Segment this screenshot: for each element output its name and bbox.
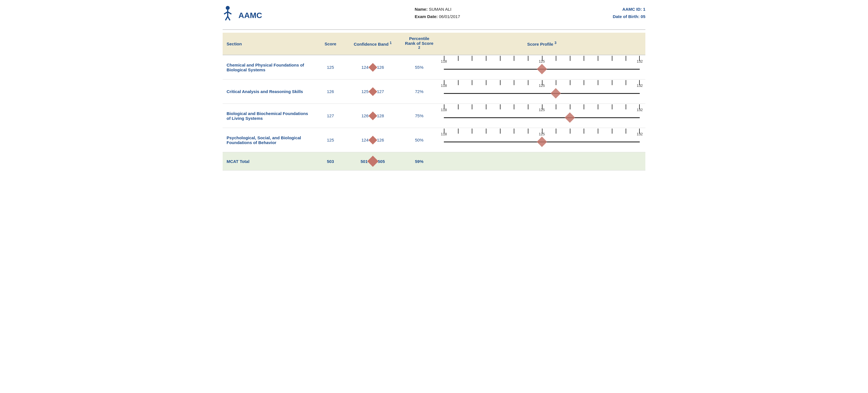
table-header-row: Section Score Confidence Band 1 Percenti… bbox=[223, 33, 645, 55]
section-name: Critical Analysis and Reasoning Skills bbox=[223, 80, 316, 104]
header-info-right: AAMC ID: 1 Date of Birth: 05 bbox=[613, 6, 645, 20]
tick-mark bbox=[556, 104, 556, 110]
section-name: Chemical and Physical Foundations of Bio… bbox=[223, 55, 316, 80]
tick-mark bbox=[626, 128, 626, 133]
header-info-center: Name: SUMAN ALI Exam Date: 06/01/2017 bbox=[415, 6, 460, 20]
th-confidence-band: Confidence Band 1 bbox=[345, 33, 400, 55]
confidence-band: 125 127 bbox=[345, 80, 400, 104]
logo-area: AAMC bbox=[223, 6, 262, 25]
tick-mark bbox=[612, 80, 612, 85]
tick-mark bbox=[542, 80, 542, 85]
logo-text: AAMC bbox=[239, 11, 262, 20]
conf-high: 126 bbox=[377, 65, 384, 70]
percentile-value: 59% bbox=[400, 152, 438, 171]
tick-mark bbox=[500, 56, 500, 61]
tick-mark bbox=[486, 104, 487, 110]
page-wrapper: AAMC Name: SUMAN ALI Exam Date: 06/01/20… bbox=[217, 0, 651, 176]
score-value: 125 bbox=[316, 55, 345, 80]
conf-band-inner: 124 126 bbox=[361, 137, 384, 143]
end-cap-right bbox=[639, 80, 640, 85]
conf-low: 124 bbox=[361, 65, 368, 70]
end-cap-left bbox=[444, 128, 444, 133]
confidence-diamond bbox=[368, 87, 377, 96]
profile-label-max: 132 bbox=[637, 84, 643, 88]
th-section: Section bbox=[223, 33, 316, 55]
confidence-diamond bbox=[368, 135, 377, 144]
end-cap-left bbox=[444, 56, 444, 61]
svg-line-5 bbox=[228, 17, 230, 20]
confidence-diamond bbox=[368, 111, 377, 120]
table-row: Critical Analysis and Reasoning Skills12… bbox=[223, 80, 645, 104]
percentile-value: 75% bbox=[400, 104, 438, 128]
name-value: SUMAN ALI bbox=[429, 7, 452, 11]
profile-diamond bbox=[536, 64, 547, 74]
tick-mark bbox=[514, 80, 514, 85]
percentile-sup: 2 bbox=[418, 46, 420, 50]
th-score: Score bbox=[316, 33, 345, 55]
tick-mark bbox=[458, 104, 459, 110]
name-row: Name: SUMAN ALI bbox=[415, 6, 460, 13]
tick-mark bbox=[500, 80, 500, 85]
tick-mark bbox=[528, 104, 528, 110]
tick-mark bbox=[528, 56, 528, 61]
end-cap-left bbox=[444, 104, 444, 110]
tick-mark bbox=[598, 80, 598, 85]
profile-cell: 118 125 132 bbox=[438, 80, 645, 104]
score-profile-sup: 3 bbox=[554, 41, 556, 45]
exam-date-label: Exam Date: bbox=[415, 14, 438, 19]
conf-high: 126 bbox=[377, 138, 384, 142]
table-row: Psychological, Social, and Biological Fo… bbox=[223, 128, 645, 152]
tick-mark bbox=[458, 128, 459, 133]
profile-chart: 118 125 132 bbox=[444, 58, 640, 77]
conf-low: 125 bbox=[361, 89, 368, 94]
profile-label-max: 132 bbox=[637, 108, 643, 112]
tick-mark bbox=[500, 104, 500, 110]
profile-baseline bbox=[444, 93, 640, 94]
exam-date-value: 06/01/2017 bbox=[439, 14, 460, 19]
dob-label: Date of Birth: bbox=[613, 14, 640, 19]
tick-mark bbox=[472, 104, 472, 110]
tick-mark bbox=[584, 128, 584, 133]
dob-value: 05 bbox=[641, 14, 645, 19]
tick-mark bbox=[556, 128, 556, 133]
tick-mark bbox=[570, 56, 570, 61]
tick-mark bbox=[486, 128, 487, 133]
tick-mark bbox=[472, 128, 472, 133]
score-table: Section Score Confidence Band 1 Percenti… bbox=[223, 33, 645, 171]
conf-high: 128 bbox=[377, 113, 384, 118]
tick-mark bbox=[472, 80, 472, 85]
end-cap-left bbox=[444, 80, 444, 85]
confidence-band: 124 126 bbox=[345, 128, 400, 152]
aamc-id-value: 1 bbox=[643, 7, 645, 11]
tick-mark bbox=[584, 80, 584, 85]
confidence-diamond bbox=[368, 63, 377, 71]
profile-cell: 118 125 132 bbox=[438, 104, 645, 128]
end-cap-right bbox=[639, 128, 640, 133]
conf-band-inner: 125 127 bbox=[361, 89, 384, 95]
profile-cell bbox=[438, 152, 645, 171]
conf-high: 505 bbox=[378, 159, 385, 164]
score-value: 503 bbox=[316, 152, 345, 171]
confidence-band: 124 126 bbox=[345, 55, 400, 80]
section-name: Biological and Biochemical Foundations o… bbox=[223, 104, 316, 128]
aamc-id-label: AAMC ID: bbox=[622, 7, 642, 11]
profile-baseline bbox=[444, 117, 640, 118]
tick-mark bbox=[486, 80, 487, 85]
score-value: 127 bbox=[316, 104, 345, 128]
tick-mark bbox=[626, 56, 626, 61]
tick-mark bbox=[472, 56, 472, 61]
tick-mark bbox=[626, 104, 626, 110]
conf-low: 501 bbox=[361, 159, 368, 164]
exam-date-row: Exam Date: 06/01/2017 bbox=[415, 13, 460, 20]
aamc-id-row: AAMC ID: 1 bbox=[613, 6, 645, 13]
tick-mark bbox=[500, 128, 500, 133]
tick-mark bbox=[486, 56, 487, 61]
tick-mark bbox=[570, 128, 570, 133]
tick-mark bbox=[598, 128, 598, 133]
name-label: Name: bbox=[415, 7, 428, 11]
profile-label-max: 132 bbox=[637, 132, 643, 136]
th-score-profile: Score Profile 3 bbox=[438, 33, 645, 55]
tick-mark bbox=[626, 80, 626, 85]
tick-mark bbox=[528, 80, 528, 85]
tick-mark bbox=[458, 56, 459, 61]
